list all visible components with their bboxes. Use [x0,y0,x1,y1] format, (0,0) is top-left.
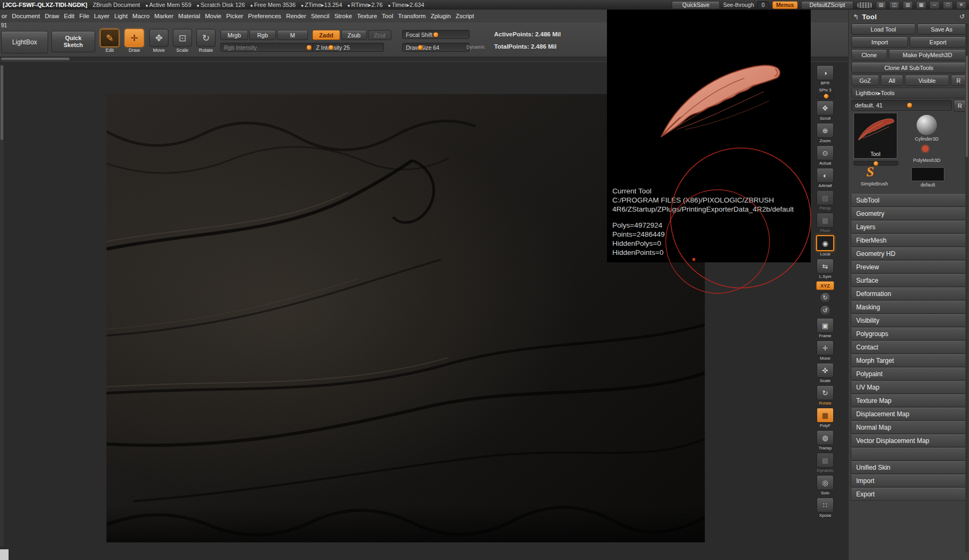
menu-item-zscript[interactable]: Zscript [456,13,474,19]
scale-button[interactable]: ⊡ Scale [172,29,193,53]
shelf-move-button[interactable]: ✛ Move [817,340,834,361]
clone-button[interactable]: Clone [851,49,887,60]
frame-button[interactable]: ▣ Frame [817,318,834,338]
dynamic-button[interactable]: ▩ Dynamic [817,453,834,473]
seethrough-value[interactable]: 0 [757,1,769,9]
print-icon[interactable]: ▦ [916,1,926,9]
section-masking[interactable]: Masking [851,301,967,314]
zadd-button[interactable]: Zadd [312,30,340,40]
menu-item-tool[interactable]: Tool [382,13,393,19]
lightbox-tools-bar[interactable]: Lightbox▸Tools [851,88,966,98]
focal-shift-knob[interactable] [433,32,439,37]
section-fibermesh[interactable]: FiberMesh [851,234,967,247]
section-import[interactable]: Import [851,475,967,487]
xpose-button[interactable]: ∷ Xpose [817,497,834,518]
slider-r-button[interactable]: R [953,100,966,112]
defaultzscript-button[interactable]: DefaultZScript [801,1,853,9]
section-layers[interactable]: Layers [851,221,967,234]
clone-all-subtools-button[interactable]: Clone All SubTools [851,62,966,73]
default-tool-knob[interactable] [906,103,912,108]
make-polymesh3d-button[interactable]: Make PolyMesh3D [889,49,966,60]
scroll-button[interactable]: ✥ Scroll [817,100,834,121]
import-button[interactable]: Import [851,36,908,48]
section-uv-map[interactable]: UV Map [851,381,967,394]
menu-item-macro[interactable]: Macro [133,13,150,19]
local-button[interactable]: ◉ Local [816,235,834,256]
selected-tool-thumbnail[interactable]: Tool [853,113,897,159]
palette-scrollbar[interactable] [965,24,968,553]
goz-button[interactable]: GoZ [851,75,879,86]
m-button[interactable]: M [277,30,308,40]
simplebrush-icon[interactable]: S [866,165,874,179]
menu-item-marker[interactable]: Marker [155,13,174,19]
section-preview[interactable]: Preview [851,261,967,274]
actual-button[interactable]: ⊙ Actual [817,145,834,166]
menu-item-material[interactable]: Material [178,13,200,19]
section-normal-map[interactable]: Normal Map [851,421,967,434]
goz-r-button[interactable]: R [951,75,966,86]
z-intensity-knob[interactable] [328,44,334,50]
polyframe-button[interactable]: ▦ PolyF [817,408,834,428]
menu-item-texture[interactable]: Texture [357,13,377,19]
polymesh3d-star-icon[interactable]: ✹ [920,143,930,155]
zcut-button[interactable]: Zcut [368,30,391,40]
spin-y-button[interactable]: ↻ [820,292,830,303]
menu-item-zplugin[interactable]: Zplugin [430,13,451,19]
move-button[interactable]: ✥ Move [149,29,169,53]
transp-button[interactable]: ◍ Transp [817,430,834,450]
section-geometry-hd[interactable]: Geometry HD [851,247,967,260]
section-displacement-map[interactable]: Displacement Map [851,408,967,421]
draw-button[interactable]: ✛ Draw [124,29,144,53]
quick-sketch-button[interactable]: Quick Sketch [51,31,95,52]
lightbox-button[interactable]: LightBox [1,31,48,53]
lsym-button[interactable]: ⇆ L.Sym [817,259,834,279]
palette-scroll-thumb[interactable] [966,56,968,157]
section-polygroups[interactable]: Polygroups [851,328,967,340]
persp-button[interactable]: ▨ Persp [817,190,834,211]
spix-knob[interactable] [824,94,829,99]
zsub-button[interactable]: Zsub [341,30,367,40]
menu-item-draw[interactable]: Draw [45,13,59,19]
draw-size-knob[interactable] [418,44,424,50]
section-export[interactable]: Export [851,488,967,501]
save-as-button[interactable]: Save As [917,24,966,35]
minimize-icon[interactable]: ─ [929,1,940,9]
menu-item-picker[interactable]: Picker [226,13,243,19]
menu-item-light[interactable]: Light [114,13,128,19]
default-thumbnail[interactable] [911,167,944,181]
thumbnail-scroll-slider[interactable] [853,161,898,166]
panels-icon[interactable]: ◫ [889,1,899,9]
menu-item-render[interactable]: Render [286,13,306,19]
grip-icon[interactable] [857,2,873,9]
spix-slider[interactable]: SPix 3 [816,88,834,98]
section-texture-map[interactable]: Texture Map [851,394,967,407]
draw-size-slider[interactable]: Draw Size 64 [402,43,470,52]
menus-button[interactable]: Menus [772,1,798,9]
menu-item-file[interactable]: File [79,13,89,19]
shelf-rotate-button[interactable]: ↻ Rotate [817,385,834,406]
rgb-button[interactable]: Rgb [249,30,276,40]
grid-icon[interactable]: ▥ [903,1,913,9]
section-geometry[interactable]: Geometry [851,207,967,220]
menu-item-stencil[interactable]: Stencil [311,13,330,19]
spin-z-button[interactable]: ↺ [820,305,830,316]
close-icon[interactable]: ✕ [956,1,966,9]
floor-button[interactable]: ▦ Floor [817,213,834,233]
maximize-icon[interactable]: □ [943,1,953,9]
section-display-properties[interactable] [851,448,967,461]
aahalf-button[interactable]: ◐ AAHalf [817,168,834,188]
focal-shift-slider[interactable]: Focal Shift 0 [402,30,470,39]
section-visibility[interactable]: Visibility [851,314,967,327]
menu-item-layer[interactable]: Layer [94,13,110,19]
rgb-intensity-knob[interactable] [306,44,312,50]
section-unified-skin[interactable]: Unified Skin [851,461,967,474]
menu-item-preferences[interactable]: Preferences [248,13,281,19]
goz-all-button[interactable]: All [881,75,904,86]
mrgb-button[interactable]: Mrgb [220,30,248,40]
horizontal-scroll-thumb[interactable] [1,58,70,60]
load-tool-button[interactable]: Load Tool [851,24,916,35]
shelf-scale-button[interactable]: ✜ Scale [817,363,834,383]
zoom-button[interactable]: ⊕ Zoom [817,123,834,143]
spix-track[interactable] [816,94,834,98]
goz-visible-button[interactable]: Visible [905,75,949,86]
